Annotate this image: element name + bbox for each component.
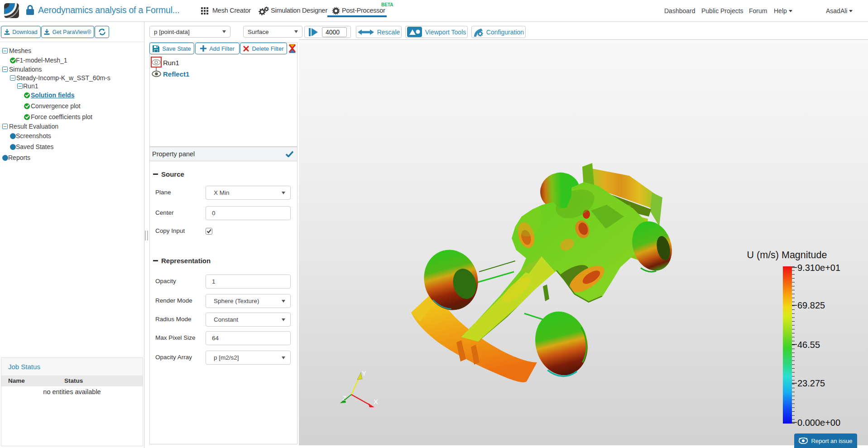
svg-text:46.55: 46.55 xyxy=(797,340,820,350)
svg-text:U (m/s) Magnitude: U (m/s) Magnitude xyxy=(747,250,827,260)
svg-text:Z: Z xyxy=(342,394,346,402)
svg-text:9.310e+01: 9.310e+01 xyxy=(797,263,840,273)
svg-text:X: X xyxy=(374,398,378,405)
svg-text:69.825: 69.825 xyxy=(797,300,825,310)
svg-text:Y: Y xyxy=(362,369,366,377)
svg-text:23.275: 23.275 xyxy=(797,378,825,388)
svg-text:0.000e+00: 0.000e+00 xyxy=(797,418,840,428)
